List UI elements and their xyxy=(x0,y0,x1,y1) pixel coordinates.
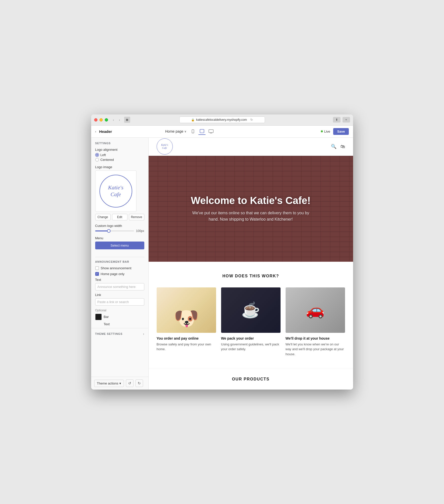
home-page-only-checkbox[interactable] xyxy=(95,272,99,276)
back-nav-button[interactable]: ‹ xyxy=(111,117,116,122)
title-bar-actions: ⬆ + xyxy=(333,117,350,123)
logo-btn-row: Change Edit Remove xyxy=(95,214,144,220)
theme-settings-row[interactable]: THEME SETTINGS › xyxy=(91,328,148,339)
logo-image-group: Logo image Katie's Cafe Change Edit Remo… xyxy=(95,165,144,220)
logo-image-label: Logo image xyxy=(95,165,144,169)
page-selector[interactable]: Home page ∨ xyxy=(165,129,186,133)
radio-centered-indicator xyxy=(95,158,99,162)
menu-group: Menu Select menu xyxy=(95,236,144,253)
tablet-icon[interactable] xyxy=(198,128,206,135)
bar-swatch-row: Bar xyxy=(95,314,144,320)
maximize-window-button[interactable] xyxy=(105,118,108,122)
minimize-window-button[interactable] xyxy=(99,118,103,122)
cart-icon[interactable]: 🛍 xyxy=(340,144,345,149)
admin-bar: ‹ Header Home page ∨ Live xyxy=(91,126,353,138)
hero-content: Welcome to Katie's Cafe! We've put our i… xyxy=(180,195,321,223)
show-announcement-item[interactable]: Show announcement xyxy=(95,266,144,270)
search-icon[interactable]: 🔍 xyxy=(331,144,336,149)
theme-settings-label: THEME SETTINGS xyxy=(95,332,123,335)
live-label: Live xyxy=(324,130,330,133)
forward-nav-button[interactable]: › xyxy=(117,117,122,122)
our-products-section: OUR PRODUCTS xyxy=(149,369,353,390)
preview-area: Katie's Cafe 🔍 🛍 Welcome to Katie's Cafe… xyxy=(149,138,353,390)
theme-actions-label: Theme actions xyxy=(97,381,118,385)
link-label: Link xyxy=(95,293,144,297)
announcement-bar-title: ANNOUNCEMENT BAR xyxy=(95,260,144,263)
edit-logo-button[interactable]: Edit xyxy=(112,214,127,220)
bar-color-swatch[interactable] xyxy=(95,314,102,320)
new-tab-button[interactable]: + xyxy=(343,117,350,123)
close-window-button[interactable] xyxy=(94,118,97,122)
radio-centered-label: Centered xyxy=(100,158,114,162)
title-bar-nav: ‹ › xyxy=(111,117,122,122)
slider-fill xyxy=(95,230,109,231)
logo-width-slider-row: 100px xyxy=(95,229,144,233)
slider-value: 100px xyxy=(136,229,144,233)
radio-left-indicator xyxy=(95,153,99,157)
undo-button[interactable]: ↺ xyxy=(126,379,133,387)
chevron-right-icon: › xyxy=(143,332,144,336)
text-option-label: Text xyxy=(104,322,110,326)
settings-section: SETTINGS Logo alignment Left Centered xyxy=(91,138,148,328)
refresh-icon[interactable]: ↻ xyxy=(250,118,253,122)
show-announcement-label: Show announcement xyxy=(101,266,131,270)
back-button[interactable]: ‹ xyxy=(95,130,96,133)
select-menu-button[interactable]: Select menu xyxy=(95,242,144,249)
card-2-desc: Using government guidelines, we'll pack … xyxy=(221,342,281,352)
car-image xyxy=(286,287,345,333)
home-page-only-item[interactable]: Home page only xyxy=(95,272,144,276)
mobile-icon[interactable] xyxy=(189,128,196,135)
live-dot xyxy=(321,130,323,132)
address-text: katiescafelocaldelivery.myshopify.com xyxy=(196,118,247,122)
svg-point-1 xyxy=(193,132,193,133)
cards-row: You order and pay online Browse safely a… xyxy=(157,287,345,357)
text-swatch-row: Text xyxy=(95,322,144,326)
home-page-only-label: Home page only xyxy=(101,272,125,276)
remove-logo-button[interactable]: Remove xyxy=(129,214,144,220)
hero-section: Welcome to Katie's Cafe! We've put our i… xyxy=(149,156,353,262)
address-bar: 🔒 katiescafelocaldelivery.myshopify.com … xyxy=(179,116,265,123)
barista-image xyxy=(221,287,281,333)
store-header: Katie's Cafe 🔍 🛍 xyxy=(149,138,353,156)
store-header-icons: 🔍 🛍 xyxy=(331,144,345,149)
show-announcement-checkbox[interactable] xyxy=(95,266,99,270)
how-section-title: HOW DOES THIS WORK? xyxy=(157,274,345,278)
text-label: Text xyxy=(95,278,144,282)
card-2-image xyxy=(221,287,281,333)
card-3: We'll drop it at your house We'll let yo… xyxy=(286,287,345,357)
admin-bar-title: Header xyxy=(99,129,112,134)
redo-button[interactable]: ↻ xyxy=(135,379,143,387)
device-icons xyxy=(189,128,215,135)
slider-thumb[interactable] xyxy=(107,229,111,233)
theme-actions-arrow-icon: ▾ xyxy=(119,381,121,385)
hero-title: Welcome to Katie's Cafe! xyxy=(190,195,311,206)
theme-actions-button[interactable]: Theme actions ▾ xyxy=(94,380,124,387)
card-3-title: We'll drop it at your house xyxy=(286,336,345,340)
desktop-icon[interactable] xyxy=(208,128,215,135)
save-button[interactable]: Save xyxy=(333,128,349,135)
divider-1 xyxy=(95,257,144,257)
announcement-text-input[interactable] xyxy=(95,283,144,290)
bar-color-label: Bar xyxy=(104,315,109,319)
sidebar-bottom: Theme actions ▾ ↺ ↻ xyxy=(91,377,148,390)
main-layout: SETTINGS Logo alignment Left Centered xyxy=(91,138,353,390)
mac-window: ‹ › ⊞ 🔒 katiescafelocaldelivery.myshopif… xyxy=(91,114,353,390)
radio-centered[interactable]: Centered xyxy=(95,158,144,162)
tab-icon: ⊞ xyxy=(124,117,130,123)
announcement-link-input[interactable] xyxy=(95,298,144,306)
admin-bar-right: Live Save xyxy=(321,128,349,135)
card-2-title: We pack your order xyxy=(221,336,281,340)
store-logo-line2: Cafe xyxy=(162,146,167,150)
logo-width-label: Custom logo width xyxy=(95,224,144,228)
change-logo-button[interactable]: Change xyxy=(95,214,111,220)
dog-image xyxy=(157,287,216,333)
card-2: We pack your order Using government guid… xyxy=(221,287,281,357)
admin-bar-center: Home page ∨ xyxy=(165,128,215,135)
traffic-lights xyxy=(94,118,108,122)
share-button[interactable]: ⬆ xyxy=(333,117,340,123)
logo-text-line1: Katie's xyxy=(108,184,123,191)
optional-label: Optional xyxy=(95,309,144,312)
logo-width-slider[interactable] xyxy=(95,230,134,231)
card-1-title: You order and pay online xyxy=(157,336,216,340)
radio-left[interactable]: Left xyxy=(95,153,144,157)
